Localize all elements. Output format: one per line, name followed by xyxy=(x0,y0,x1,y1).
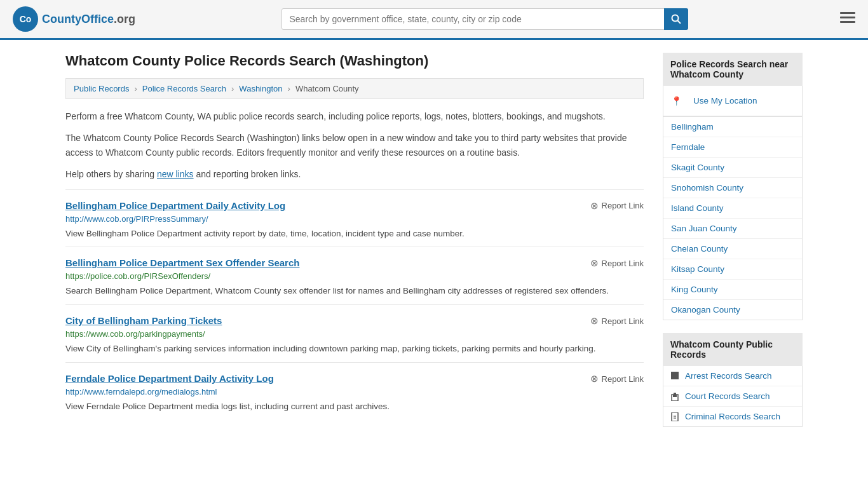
result-url[interactable]: http://www.cob.org/PIRPressSummary/ xyxy=(65,214,644,224)
search-button[interactable] xyxy=(664,8,688,30)
result-item: Bellingham Police Department Daily Activ… xyxy=(65,189,644,247)
result-url[interactable]: http://www.ferndalepd.org/medialogs.html xyxy=(65,387,644,396)
sidebar-nearby-list: 📍 Use My Location xyxy=(663,86,803,117)
result-item: Ferndale Police Department Daily Activit… xyxy=(65,362,644,420)
svg-rect-7 xyxy=(671,372,679,379)
report-icon: ⊗ xyxy=(590,257,599,269)
sidebar-nearby-link[interactable]: Okanogan County xyxy=(663,300,802,320)
result-header: Bellingham Police Department Daily Activ… xyxy=(65,200,644,212)
result-url-link[interactable]: http://www.ferndalepd.org/medialogs.html xyxy=(65,387,217,396)
svg-rect-4 xyxy=(840,12,855,14)
page-title: Whatcom County Police Records Search (Wa… xyxy=(65,53,644,69)
logo-area: Co CountyOffice.org xyxy=(13,6,135,32)
report-link-button[interactable]: ⊗ Report Link xyxy=(590,373,644,384)
description-3: Help others by sharing new links and rep… xyxy=(65,167,644,181)
svg-rect-5 xyxy=(840,17,855,18)
content-area: Whatcom County Police Records Search (Wa… xyxy=(65,53,644,440)
result-header: Ferndale Police Department Daily Activit… xyxy=(65,373,644,384)
result-description: View City of Bellingham's parking servic… xyxy=(65,342,644,356)
result-description: View Ferndale Police Department media lo… xyxy=(65,400,644,414)
breadcrumb-police-records[interactable]: Police Records Search xyxy=(142,84,226,93)
sidebar-records-link[interactable]: Criminal Records Search xyxy=(663,407,802,426)
sidebar-nearby-header: Police Records Search near Whatcom Count… xyxy=(663,53,803,86)
report-link-button[interactable]: ⊗ Report Link xyxy=(590,315,644,327)
sidebar-nearby-link[interactable]: Island County xyxy=(663,198,802,218)
search-area xyxy=(281,8,688,30)
sidebar-nearby-link[interactable]: Bellingham xyxy=(663,117,802,137)
sidebar-nearby-item: Kitsap County xyxy=(663,259,802,280)
svg-text:Co: Co xyxy=(20,14,32,24)
record-icon xyxy=(671,412,680,421)
sidebar-nearby-section: Police Records Search near Whatcom Count… xyxy=(663,53,803,320)
breadcrumb-sep-3: › xyxy=(288,84,290,93)
logo-icon: Co xyxy=(13,6,38,32)
sidebar-records-link[interactable]: Court Records Search xyxy=(663,386,802,406)
result-item: Bellingham Police Department Sex Offende… xyxy=(65,247,644,304)
report-icon: ⊗ xyxy=(590,315,599,327)
header: Co CountyOffice.org xyxy=(0,0,868,40)
record-icon xyxy=(671,372,680,381)
svg-point-2 xyxy=(672,15,678,22)
sidebar-use-location: 📍 Use My Location xyxy=(663,86,802,116)
sidebar-nearby-item: San Juan County xyxy=(663,219,802,239)
breadcrumb-washington[interactable]: Washington xyxy=(239,84,282,93)
sidebar-nearby-link[interactable]: Kitsap County xyxy=(663,259,802,279)
sidebar-nearby-item: Skagit County xyxy=(663,158,802,178)
sidebar-nearby-link[interactable]: King County xyxy=(663,280,802,299)
breadcrumb-sep-1: › xyxy=(134,84,137,93)
sidebar-nearby-link[interactable]: Chelan County xyxy=(663,239,802,259)
result-title[interactable]: City of Bellingham Parking Tickets xyxy=(65,315,222,326)
desc3-before: Help others by sharing xyxy=(65,169,157,179)
result-url[interactable]: https://www.cob.org/parkingpayments/ xyxy=(65,329,644,339)
sidebar-records-item: Criminal Records Search xyxy=(663,407,802,426)
result-title[interactable]: Bellingham Police Department Sex Offende… xyxy=(65,257,299,268)
results-list: Bellingham Police Department Daily Activ… xyxy=(65,189,644,421)
sidebar-nearby-link[interactable]: Ferndale xyxy=(663,137,802,157)
logo-text: CountyOffice.org xyxy=(42,13,135,26)
result-title[interactable]: Bellingham Police Department Daily Activ… xyxy=(65,200,285,211)
sidebar-nearby-item: Ferndale xyxy=(663,137,802,158)
use-my-location-link[interactable]: Use My Location xyxy=(686,91,765,111)
sidebar-nearby-item: Bellingham xyxy=(663,117,802,137)
sidebar-nearby-link[interactable]: Snohomish County xyxy=(663,178,802,198)
main-container: Whatcom County Police Records Search (Wa… xyxy=(53,40,815,452)
svg-rect-11 xyxy=(672,412,678,421)
menu-button[interactable] xyxy=(840,11,855,27)
sidebar-records-list: Arrest Records SearchCourt Records Searc… xyxy=(663,366,803,427)
sidebar-public-records-section: Whatcom County Public Records Arrest Rec… xyxy=(663,333,803,427)
result-header: Bellingham Police Department Sex Offende… xyxy=(65,257,644,269)
sidebar-nearby-link[interactable]: San Juan County xyxy=(663,219,802,238)
location-icon: 📍 xyxy=(671,96,682,106)
logo-suffix: .org xyxy=(114,13,135,25)
sidebar-nearby-item: Chelan County xyxy=(663,239,802,259)
report-link-button[interactable]: ⊗ Report Link xyxy=(590,200,644,212)
report-label: Report Link xyxy=(602,201,644,210)
sidebar-nearby-links: BellinghamFerndaleSkagit CountySnohomish… xyxy=(663,117,803,320)
report-label: Report Link xyxy=(602,259,644,268)
record-icon xyxy=(671,392,680,401)
result-title[interactable]: Ferndale Police Department Daily Activit… xyxy=(65,373,274,384)
new-links-link[interactable]: new links xyxy=(157,169,194,179)
breadcrumb-public-records[interactable]: Public Records xyxy=(74,84,129,93)
sidebar-records-item: Arrest Records Search xyxy=(663,366,802,386)
breadcrumb-current: Whatcom County xyxy=(295,84,359,93)
search-input[interactable] xyxy=(281,8,688,30)
sidebar-nearby-link[interactable]: Skagit County xyxy=(663,158,802,177)
result-url-link[interactable]: http://www.cob.org/PIRPressSummary/ xyxy=(65,214,208,224)
sidebar-nearby-item: Snohomish County xyxy=(663,178,802,198)
sidebar-nearby-item: King County xyxy=(663,280,802,300)
description-1: Perform a free Whatcom County, WA public… xyxy=(65,109,644,123)
result-url-link[interactable]: https://www.cob.org/parkingpayments/ xyxy=(65,329,205,339)
svg-line-3 xyxy=(677,21,681,24)
svg-rect-10 xyxy=(674,393,676,395)
report-link-button[interactable]: ⊗ Report Link xyxy=(590,257,644,269)
report-icon: ⊗ xyxy=(590,200,599,212)
result-url-link[interactable]: https://police.cob.org/PIRSexOffenders/ xyxy=(65,271,210,281)
result-description: Search Bellingham Police Department, Wha… xyxy=(65,285,644,298)
sidebar-public-records-header: Whatcom County Public Records xyxy=(663,333,803,366)
breadcrumb-sep-2: › xyxy=(231,84,234,93)
sidebar-records-link[interactable]: Arrest Records Search xyxy=(663,366,802,386)
report-label: Report Link xyxy=(602,316,644,326)
sidebar: Police Records Search near Whatcom Count… xyxy=(663,53,803,440)
result-url[interactable]: https://police.cob.org/PIRSexOffenders/ xyxy=(65,271,644,281)
